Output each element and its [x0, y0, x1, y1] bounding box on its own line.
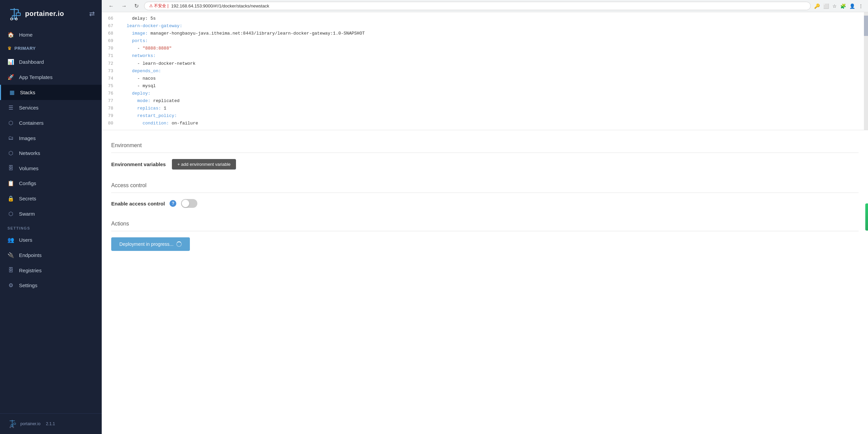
settings-section-label: SETTINGS — [0, 221, 102, 232]
line-content-76: deploy: — [119, 90, 868, 97]
sidebar-item-swarm[interactable]: ⬡ Swarm — [0, 206, 102, 221]
line-content-68: image: manager-hongbaoyu-java.itheima.ne… — [119, 30, 868, 37]
add-env-button[interactable]: + add environment variable — [172, 159, 236, 170]
code-line-71: 71 networks: — [102, 52, 868, 60]
reload-button[interactable]: ↻ — [132, 2, 141, 10]
environment-section: Environment Environment variables + add … — [102, 136, 868, 170]
page-content: 66 delay: 5s 67 learn-docker-gateway: 68… — [102, 12, 868, 434]
sidebar-item-containers[interactable]: ⬡ Containers — [0, 115, 102, 131]
svg-point-12 — [10, 427, 11, 428]
line-num-74: 74 — [102, 75, 119, 82]
sidebar-item-users[interactable]: 👥 Users — [0, 232, 102, 248]
line-num-68: 68 — [102, 30, 119, 37]
sidebar-footer: portainer.io 2.1.1 — [0, 413, 102, 434]
menu-icon[interactable]: ⋮ — [859, 3, 863, 9]
line-content-69: ports: — [119, 37, 868, 45]
sidebar-item-configs[interactable]: 📋 Configs — [0, 176, 102, 191]
sidebar-item-secrets[interactable]: 🔒 Secrets — [0, 191, 102, 206]
line-content-77: mode: replicated — [119, 97, 868, 105]
code-line-76: 76 deploy: — [102, 90, 868, 97]
sidebar-item-networks[interactable]: ⬡ Networks — [0, 145, 102, 161]
sidebar-item-stacks-label: Stacks — [20, 90, 35, 95]
sidebar-logo: portainer.io ⇄ — [0, 0, 102, 27]
deploy-button[interactable]: Deployment in progress... — [111, 237, 190, 251]
forward-button[interactable]: → — [119, 2, 129, 10]
line-content-75: - mysql — [119, 82, 868, 90]
key-icon: 🔑 — [814, 3, 820, 9]
access-control-section-title: Access control — [111, 182, 859, 193]
images-icon: 🗂 — [7, 135, 14, 141]
env-vars-label: Environment variables — [111, 161, 166, 167]
sidebar-item-services-label: Services — [19, 105, 39, 111]
secrets-icon: 🔒 — [7, 195, 14, 202]
sidebar-logo-text: portainer.io — [25, 10, 64, 18]
code-line-78: 78 replicas: 1 — [102, 105, 868, 112]
containers-icon: ⬡ — [7, 120, 14, 126]
sidebar: portainer.io ⇄ 🏠 Home ♛ PRIMARY 📊 Dashbo… — [0, 0, 102, 434]
extension-icon: 🧩 — [840, 3, 846, 9]
profile-icon: 👤 — [849, 3, 855, 9]
sidebar-item-dashboard[interactable]: 📊 Dashboard — [0, 54, 102, 70]
sidebar-primary-label: ♛ PRIMARY — [0, 42, 102, 54]
sidebar-item-swarm-label: Swarm — [19, 211, 35, 217]
line-content-72: - learn-docker-network — [119, 60, 868, 67]
environment-section-title: Environment — [111, 142, 859, 153]
help-icon[interactable]: ? — [170, 200, 176, 207]
sidebar-item-registries[interactable]: 🗄 Registries — [0, 263, 102, 278]
code-line-74: 74 - nacos — [102, 75, 868, 82]
sidebar-item-settings[interactable]: ⚙ Settings — [0, 278, 102, 293]
line-content-73: depends_on: — [119, 67, 868, 75]
volumes-icon: 🗄 — [7, 165, 14, 171]
url-bar[interactable]: ⚠ 不安全 | 192.168.64.153:9000/#!/1/docker/… — [144, 2, 811, 10]
sidebar-item-home[interactable]: 🏠 Home — [0, 27, 102, 42]
code-line-66: 66 delay: 5s — [102, 15, 868, 22]
enable-access-label: Enable access control — [111, 201, 165, 206]
sidebar-item-stacks[interactable]: ▦ Stacks — [0, 85, 102, 100]
footer-logo-text: portainer.io — [20, 421, 40, 426]
sidebar-item-containers-label: Containers — [19, 120, 44, 126]
code-line-75: 75 - mysql — [102, 82, 868, 90]
footer-version: 2.1.1 — [46, 421, 55, 426]
code-line-72: 72 - learn-docker-network — [102, 60, 868, 67]
line-num-79: 79 — [102, 112, 119, 120]
security-warning: ⚠ 不安全 | — [149, 3, 169, 9]
networks-icon: ⬡ — [7, 150, 14, 156]
browser-bar: ← → ↻ ⚠ 不安全 | 192.168.64.153:9000/#!/1/d… — [102, 0, 868, 12]
back-button[interactable]: ← — [106, 2, 116, 10]
home-icon: 🏠 — [7, 32, 14, 38]
line-content-78: replicas: 1 — [119, 105, 868, 112]
line-num-80: 80 — [102, 120, 119, 127]
sidebar-item-volumes-label: Volumes — [19, 165, 39, 171]
crown-icon: ♛ — [7, 46, 12, 51]
deploy-spinner — [176, 241, 182, 247]
line-content-66: delay: 5s — [119, 15, 868, 22]
actions-section: Actions Deployment in progress... — [102, 215, 868, 251]
sidebar-item-home-label: Home — [19, 32, 33, 38]
dashboard-icon: 📊 — [7, 59, 14, 65]
code-scrollbar-thumb — [864, 16, 868, 36]
sidebar-item-users-label: Users — [19, 237, 32, 243]
sidebar-item-app-templates[interactable]: 🚀 App Templates — [0, 70, 102, 85]
sidebar-item-images[interactable]: 🗂 Images — [0, 131, 102, 145]
line-num-73: 73 — [102, 67, 119, 75]
sidebar-transfer-icon[interactable]: ⇄ — [89, 9, 95, 18]
access-control-section: Access control Enable access control ? — [102, 176, 868, 208]
code-line-68: 68 image: manager-hongbaoyu-java.itheima… — [102, 30, 868, 37]
svg-rect-10 — [14, 423, 16, 424]
settings-icon: ⚙ — [7, 282, 14, 289]
sidebar-item-volumes[interactable]: 🗄 Volumes — [0, 161, 102, 176]
sidebar-item-services[interactable]: ☰ Services — [0, 100, 102, 115]
sidebar-item-secrets-label: Secrets — [19, 196, 36, 201]
code-scrollbar[interactable] — [864, 12, 868, 130]
code-editor[interactable]: 66 delay: 5s 67 learn-docker-gateway: 68… — [102, 12, 868, 130]
sidebar-item-configs-label: Configs — [19, 180, 36, 186]
code-lines: 66 delay: 5s 67 learn-docker-gateway: 68… — [102, 12, 868, 130]
bookmark-icon: ☆ — [832, 3, 837, 9]
translate-icon: ⬜ — [823, 3, 829, 9]
sidebar-item-endpoints[interactable]: 🔌 Endpoints — [0, 248, 102, 263]
sidebar-item-networks-label: Networks — [19, 150, 40, 156]
access-control-row: Enable access control ? — [111, 199, 859, 208]
line-num-71: 71 — [102, 52, 119, 60]
code-line-79: 79 restart_policy: — [102, 112, 868, 120]
access-control-toggle[interactable] — [181, 199, 197, 208]
